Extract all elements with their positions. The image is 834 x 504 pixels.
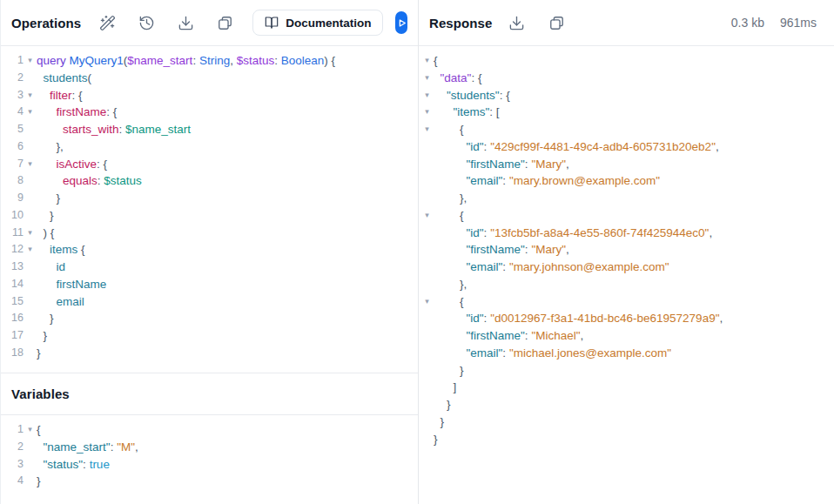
code-line[interactable]: "email": "mary.johnson@example.com" (419, 259, 834, 276)
code-line[interactable]: ▾ { (419, 121, 834, 138)
fold-toggle-icon[interactable]: ▾ (420, 207, 434, 225)
fold-toggle-icon[interactable]: ▾ (420, 70, 434, 87)
fold-toggle-icon[interactable]: ▾ (420, 104, 434, 121)
code-line[interactable]: ▾ "students": { (419, 87, 834, 104)
fold-toggle-icon[interactable]: ▾ (24, 87, 37, 104)
line-number: 3 (6, 87, 24, 104)
code-line[interactable]: 9 } (1, 190, 418, 207)
code-line[interactable]: ▾{ (419, 52, 834, 70)
run-query-button[interactable] (395, 11, 407, 34)
code-line[interactable]: 18} (1, 345, 418, 362)
response-stats: 0.3 kb 961ms (731, 16, 817, 30)
download-response-button[interactable] (508, 14, 526, 31)
code-line[interactable]: "firstName": "Mary", (419, 156, 834, 173)
copy-response-button[interactable] (548, 14, 566, 31)
fold-toggle-icon[interactable]: ▾ (420, 52, 434, 70)
code-line[interactable]: "firstName": "Michael", (419, 327, 834, 345)
fold-spacer (420, 396, 434, 413)
fold-spacer (420, 431, 434, 448)
code-line[interactable]: 17 } (1, 327, 418, 345)
fold-toggle-icon[interactable]: ▾ (420, 87, 434, 104)
code-line[interactable]: 6 }, (1, 138, 418, 156)
copy-icon (548, 15, 565, 31)
code-line[interactable]: 8 equals: $status (1, 172, 418, 190)
variables-editor[interactable]: 1▾{2 "name_start": "M",3 "status": true4… (1, 415, 418, 504)
code-line[interactable]: } (419, 413, 834, 431)
code-line[interactable]: ▾ { (419, 293, 834, 311)
fold-toggle-icon[interactable]: ▾ (24, 241, 37, 259)
code-line[interactable]: 2 students( (1, 70, 418, 87)
documentation-button[interactable]: Documentation (252, 10, 383, 36)
fold-spacer (24, 310, 37, 327)
code-line[interactable]: 2 "name_start": "M", (1, 439, 418, 456)
code-line[interactable]: 4} (1, 473, 418, 490)
download-query-button[interactable] (177, 14, 194, 31)
code-text: }, (434, 276, 467, 293)
code-text: firstName: { (37, 104, 117, 121)
code-line[interactable]: 12▾ items { (1, 241, 418, 259)
code-text: } (37, 207, 54, 225)
code-line[interactable]: }, (419, 190, 834, 207)
code-line[interactable]: "email": "michael.jones@example.com" (419, 345, 834, 362)
download-icon (178, 15, 194, 31)
line-number: 16 (6, 310, 24, 327)
code-line[interactable]: 5 starts_with: $name_start (1, 121, 418, 138)
fold-toggle-icon[interactable]: ▾ (24, 225, 37, 242)
query-editor[interactable]: 1▾query MyQuery1($name_start: String, $s… (1, 46, 418, 373)
prettify-button[interactable] (98, 14, 116, 31)
code-line[interactable]: 13 id (1, 259, 418, 276)
line-number: 6 (6, 138, 24, 156)
code-line[interactable]: 1▾query MyQuery1($name_start: String, $s… (1, 52, 418, 70)
fold-toggle-icon[interactable]: ▾ (420, 121, 434, 138)
code-line[interactable]: ▾ "items": [ (419, 104, 834, 121)
fold-toggle-icon[interactable]: ▾ (24, 156, 37, 173)
code-line[interactable]: 7▾ isActive: { (1, 156, 418, 173)
code-line[interactable]: "email": "mary.brown@example.com" (419, 172, 834, 190)
fold-toggle-icon[interactable]: ▾ (24, 104, 37, 121)
code-line[interactable]: 3▾ filter: { (1, 87, 418, 104)
code-text: "id": "d0012967-f3a1-41bd-bc46-be6195727… (434, 310, 723, 327)
code-line[interactable]: } (419, 431, 834, 448)
history-button[interactable] (138, 14, 155, 31)
fold-spacer (420, 156, 434, 173)
code-line[interactable]: }, (419, 276, 834, 293)
code-line[interactable]: 3 "status": true (1, 456, 418, 474)
code-line[interactable]: 1▾{ (1, 421, 418, 439)
code-line[interactable]: "id": "13fcb5bf-a8a4-4e55-860f-74f425944… (419, 225, 834, 242)
code-line[interactable]: 11▾ ) { (1, 225, 418, 242)
fold-toggle-icon[interactable]: ▾ (24, 421, 37, 439)
code-line[interactable]: "firstName": "Mary", (419, 241, 834, 259)
code-line[interactable]: 15 email (1, 293, 418, 311)
code-line[interactable]: "id": "429cf99f-4481-49c4-adb4-605731b20… (419, 138, 834, 156)
fold-spacer (24, 138, 37, 156)
code-text: "students": { (434, 87, 510, 104)
code-text: students( (37, 70, 91, 87)
code-line[interactable]: 14 firstName (1, 276, 418, 293)
code-line[interactable]: ] (419, 379, 834, 396)
fold-spacer (420, 327, 434, 345)
code-text: { (37, 421, 41, 439)
fold-spacer (24, 345, 37, 362)
code-line[interactable]: 10 } (1, 207, 418, 225)
fold-spacer (24, 276, 37, 293)
play-icon (396, 17, 407, 29)
code-line[interactable]: "id": "d0012967-f3a1-41bd-bc46-be6195727… (419, 310, 834, 327)
fold-toggle-icon[interactable]: ▾ (24, 52, 37, 70)
code-text: } (434, 362, 464, 380)
code-text: isActive: { (37, 156, 107, 173)
code-line[interactable]: ▾ "data": { (419, 70, 834, 87)
code-text: id (37, 259, 65, 276)
response-viewer[interactable]: ▾{▾ "data": {▾ "students": {▾ "items": [… (419, 46, 834, 504)
response-title: Response (429, 16, 493, 30)
code-line[interactable]: ▾ { (419, 207, 834, 225)
copy-query-button[interactable] (216, 14, 233, 31)
code-line[interactable]: } (419, 362, 834, 380)
code-line[interactable]: 16 } (1, 310, 418, 327)
code-text: { (434, 52, 438, 70)
code-line[interactable]: 4▾ firstName: { (1, 104, 418, 121)
wand-sparkles-icon (99, 15, 116, 31)
code-line[interactable]: } (419, 396, 834, 413)
code-text: "email": "mary.johnson@example.com" (434, 259, 669, 276)
line-number: 13 (6, 259, 24, 276)
fold-toggle-icon[interactable]: ▾ (420, 293, 434, 311)
